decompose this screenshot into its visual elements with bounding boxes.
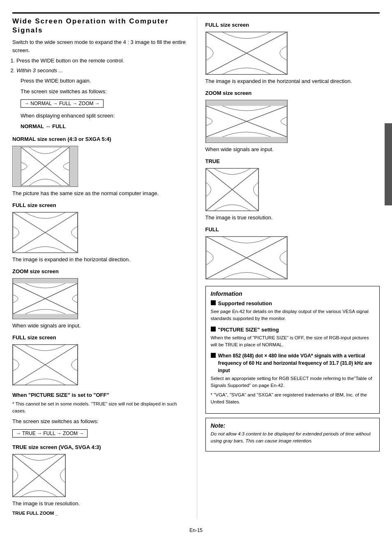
info-item-picture-size-body: When the setting of "PICTURE SIZE" is OF…: [211, 334, 375, 349]
step2-detail2: The screen size switches as follows:: [21, 88, 187, 96]
zoom-desc-right: When wide signals are input.: [205, 145, 380, 154]
svg-rect-23: [206, 100, 286, 106]
switch-sequence: → NORMAL → FULL → ZOOM →: [21, 99, 104, 108]
svg-rect-9: [13, 279, 78, 283]
true-size-heading: TRUE size screen (VGA, SVGA 4:3): [12, 443, 187, 451]
full-size-section-2: FULL size screen: [12, 334, 187, 385]
full-size-section-right-1: FULL size screen The image is expanded i…: [205, 21, 380, 85]
left-column: Wide Screen Operation with Computer Sign…: [12, 17, 187, 519]
full-size-section-1: FULL size screen The image is expanded i…: [12, 201, 187, 263]
full-screen-image-right-2: [205, 236, 288, 279]
step2-details: Press the WIDE button again. The screen …: [21, 77, 187, 130]
steps-list: Press the WIDE button on the remote cont…: [16, 57, 187, 74]
normal-desc: The picture has the same size as the nor…: [12, 189, 187, 198]
zoom-heading-right: ZOOM size screen: [205, 89, 380, 97]
zoom-desc-1: When wide signals are input.: [12, 322, 187, 330]
true-heading-right: TRUE: [205, 157, 380, 166]
info-item-picture-size: "PICTURE SIZE" setting When the setting …: [211, 326, 375, 349]
information-title: Information: [211, 290, 375, 297]
svg-rect-1: [69, 146, 78, 187]
info-item-852-trademark: * "VGA", "SVGA" and "SXGA" are registere…: [211, 391, 375, 406]
right-column: FULL size screen The image is expanded i…: [197, 17, 380, 519]
true-size-desc: The image is true resolution.: [12, 500, 187, 508]
step-2: Within 3 seconds ...: [16, 67, 187, 75]
picture-size-off-note2: The screen size switches as follows:: [12, 417, 187, 426]
normal-size-section: NORMAL size screen (4:3 or SXGA 5:4): [12, 135, 187, 197]
top-rule: [12, 12, 380, 14]
svg-rect-10: [13, 314, 78, 319]
bullet-3: [211, 353, 216, 358]
info-item-852-heading: When 852 (848) dot × 480 line wide VGA* …: [211, 352, 375, 374]
bullet-1: [211, 300, 216, 305]
intro-text: Switch to the wide screen mode to expand…: [12, 38, 187, 54]
picture-size-off-switch: → TRUE → FULL → ZOOM →: [12, 429, 88, 438]
normal-heading: NORMAL size screen (4:3 or SXGA 5:4): [12, 135, 187, 143]
full-heading-right-2: FULL: [205, 226, 380, 234]
normal-screen-image: [12, 146, 78, 187]
page-title: Wide Screen Operation with Computer Sign…: [12, 17, 187, 35]
enhanced-switch: NORMAL ↔ FULL: [21, 122, 187, 131]
svg-rect-24: [206, 137, 286, 143]
true-size-section: TRUE size screen (VGA, SVGA 4:3) The ima…: [12, 443, 187, 517]
true-screen-image-right: [205, 168, 259, 211]
bullet-2: [211, 327, 216, 332]
zoom-size-section-1: ZOOM size screen When: [12, 267, 187, 329]
zoom-heading-1: ZOOM size screen: [12, 267, 187, 276]
info-item-resolution: Supported resolution See page En-42 for …: [211, 299, 375, 322]
full-heading-1: FULL size screen: [12, 201, 187, 210]
full-screen-image-2: [12, 344, 78, 385]
info-item-resolution-body: See page En-42 for details on the displa…: [211, 308, 375, 322]
info-item-852: When 852 (848) dot × 480 line wide VGA* …: [211, 352, 375, 406]
full-heading-right-1: FULL size screen: [205, 21, 380, 29]
right-sidebar-tab: [385, 123, 392, 205]
enhanced-label: When displaying enhanced split screen:: [21, 112, 187, 120]
page-number: En-15: [12, 527, 380, 533]
info-item-resolution-heading: Supported resolution: [211, 299, 375, 308]
zoom-size-section-right: ZOOM size screen When wide signals: [205, 89, 380, 153]
full-section-right-2: FULL: [205, 226, 380, 279]
info-item-852-body: Select an appropriate setting for RGB SE…: [211, 375, 375, 389]
full-screen-image-1: [12, 212, 78, 253]
full-heading-2: FULL size screen: [12, 334, 187, 342]
full-screen-image-right-1: [205, 32, 288, 75]
svg-rect-0: [13, 146, 21, 187]
full-desc-right-1: The image is expanded in the horizontal …: [205, 77, 380, 85]
zoom-screen-image-1: [12, 278, 78, 319]
picture-size-off-heading: When "PICTURE SIZE" is set to "OFF": [12, 391, 187, 399]
picture-size-off-section: When "PICTURE SIZE" is set to "OFF" * Th…: [12, 391, 187, 440]
information-box: Information Supported resolution See pag…: [205, 286, 380, 414]
step2-detail: Press the WIDE button again.: [21, 77, 187, 85]
note-box: Note: Do not allow 4:3 content to be dis…: [205, 418, 380, 452]
true-full-zoom-label: TRUE FULL ZOOM _: [12, 510, 187, 517]
note-title: Note:: [211, 422, 375, 429]
true-screen-image: [12, 454, 66, 497]
note-body: Do not allow 4:3 content to be displayed…: [211, 431, 375, 445]
info-item-picture-size-heading: "PICTURE SIZE" setting: [211, 326, 375, 334]
true-section-right: TRUE The image is true resolution.: [205, 157, 380, 221]
step-1: Press the WIDE button on the remote cont…: [16, 57, 187, 65]
full-desc-1: The image is expanded in the horizontal …: [12, 256, 187, 264]
picture-size-off-note1: * This cannot be set in some models. "TR…: [12, 401, 187, 415]
true-desc-right: The image is true resolution.: [205, 214, 380, 222]
zoom-screen-image-right: [205, 100, 288, 143]
